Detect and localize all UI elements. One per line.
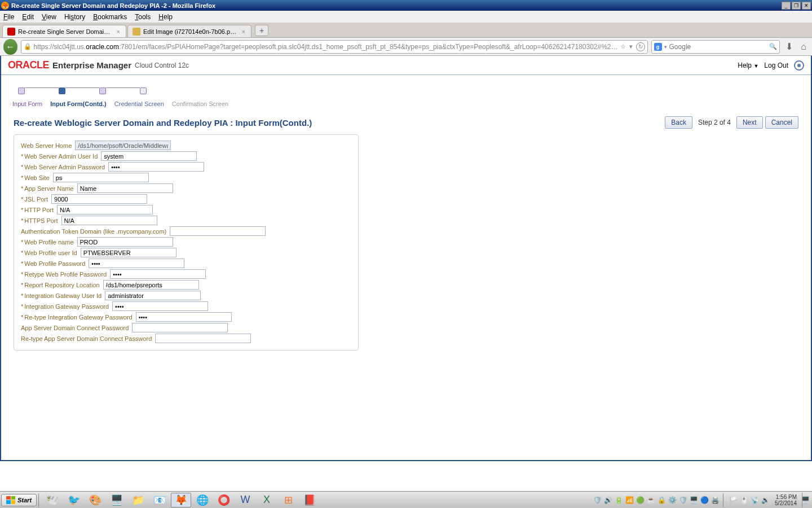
downloads-icon[interactable]: ⬇ xyxy=(783,41,795,52)
browser-tab-active[interactable]: Re-create Single Server Domain and Red..… xyxy=(2,25,126,37)
show-desktop-icon[interactable]: 🖥️ xyxy=(802,493,809,507)
tray-icon[interactable]: 🟢 xyxy=(636,496,645,505)
menu-tools[interactable]: Tools xyxy=(135,13,151,21)
cancel-button[interactable]: Cancel xyxy=(765,116,798,129)
input-web-profile-user[interactable] xyxy=(81,248,176,257)
address-bar[interactable]: 🔒 https://slc04jtt.us.oracle.com:7801/em… xyxy=(21,40,648,54)
app-chrome-icon[interactable]: ⭕ xyxy=(214,493,234,507)
back-button[interactable]: Back xyxy=(665,116,692,129)
menu-help[interactable]: Help xyxy=(158,13,173,21)
app-thunderbird-icon[interactable]: 🕊️ xyxy=(42,493,63,507)
label-admin-user: Web Server Admin User Id xyxy=(24,153,98,160)
tray-icon[interactable]: 🛡️ xyxy=(593,496,602,505)
em-header: ORACLE Enterprise Manager Cloud Control … xyxy=(1,56,811,75)
input-web-server-home xyxy=(75,141,171,150)
window-titlebar: 🦊 Re-create Single Server Domain and Red… xyxy=(0,0,812,11)
tray-volume-icon[interactable]: 🔉 xyxy=(761,496,770,505)
tray-icon[interactable]: 🖥️ xyxy=(689,496,698,505)
close-button[interactable]: ✕ xyxy=(802,2,811,10)
reload-icon[interactable]: ↻ xyxy=(636,42,645,51)
help-link[interactable]: Help ▼ xyxy=(738,62,758,69)
input-web-profile-pass[interactable] xyxy=(89,259,184,268)
tray-icon[interactable]: 🖨️ xyxy=(710,496,720,505)
start-button[interactable]: Start xyxy=(1,494,37,506)
tray-network-icon[interactable]: 📡 xyxy=(750,496,759,505)
logout-link[interactable]: Log Out xyxy=(764,62,788,69)
back-button[interactable]: ← xyxy=(3,39,17,55)
tray-icon[interactable]: ⚙️ xyxy=(668,496,677,505)
train-label-1[interactable]: Input Form xyxy=(12,100,42,107)
tray-icon[interactable]: 🔋 xyxy=(614,496,623,505)
tray-icon[interactable]: 📶 xyxy=(625,496,634,505)
input-admin-user[interactable] xyxy=(101,151,197,161)
label-ig-pass2: Re-type Integration Gateway Password xyxy=(24,314,132,321)
target-icon[interactable] xyxy=(794,60,804,71)
tab-favicon-icon xyxy=(133,28,140,36)
clock-time: 1:56 PM xyxy=(775,494,797,500)
tray-icon[interactable]: 🔵 xyxy=(700,496,709,505)
input-ig-user[interactable] xyxy=(105,291,201,300)
input-ig-pass2[interactable] xyxy=(136,312,232,322)
input-web-profile-pass2[interactable] xyxy=(110,269,206,279)
input-https-port[interactable] xyxy=(61,216,157,225)
app-xampp-icon[interactable]: ⊞ xyxy=(278,493,298,507)
app-explorer-icon[interactable]: 📁 xyxy=(128,493,148,507)
app-ie-icon[interactable]: 🌐 xyxy=(192,493,213,507)
menu-file[interactable]: File xyxy=(3,13,14,21)
tab-favicon-icon xyxy=(7,28,15,36)
new-tab-button[interactable]: + xyxy=(255,25,268,36)
input-auth-token[interactable] xyxy=(170,226,266,236)
dropdown-icon[interactable]: ▾ xyxy=(629,43,633,50)
input-app-server[interactable] xyxy=(77,183,173,193)
tray-icon[interactable]: 🔊 xyxy=(603,496,612,505)
window-title: Re-create Single Server Domain and Redep… xyxy=(11,2,782,9)
windows-flag-icon xyxy=(6,496,15,504)
input-report-repo[interactable] xyxy=(103,280,199,290)
app-firefox-icon[interactable]: 🦊 xyxy=(171,493,191,507)
app-excel-icon[interactable]: X xyxy=(257,493,277,507)
tray-flag-icon[interactable]: 🏳️ xyxy=(729,496,738,505)
tab-close-icon[interactable]: × xyxy=(241,28,246,35)
next-button[interactable]: Next xyxy=(736,116,763,129)
search-go-icon[interactable]: 🔍 xyxy=(769,43,777,50)
train-label-3[interactable]: Credential Screen xyxy=(114,100,164,107)
train-label-2[interactable]: Input Form(Contd.) xyxy=(50,100,107,107)
menu-edit[interactable]: Edit xyxy=(22,13,34,21)
train-step-1-icon[interactable] xyxy=(18,87,25,94)
input-ig-pass[interactable] xyxy=(112,301,208,311)
app-outlook-icon[interactable]: 📧 xyxy=(149,493,170,507)
menu-bookmarks[interactable]: Bookmarks xyxy=(93,13,127,21)
input-app-conn-pass2[interactable] xyxy=(155,334,251,343)
input-admin-pass[interactable] xyxy=(108,162,204,172)
train-step-3-icon[interactable] xyxy=(99,87,106,94)
taskbar-clock[interactable]: 1:56 PM 5/2/2014 xyxy=(771,494,800,506)
app-word-icon[interactable]: W xyxy=(235,493,255,507)
label-https-port: HTTPS Port xyxy=(24,217,58,224)
browser-tab[interactable]: Edit Image (i727014e0n-7b06.png) × xyxy=(127,25,251,37)
input-http-port[interactable] xyxy=(57,205,153,214)
home-icon[interactable]: ⌂ xyxy=(798,42,809,52)
tray-icon[interactable]: ☕ xyxy=(646,496,655,505)
search-dropdown-icon[interactable]: ▾ xyxy=(664,44,667,50)
bookmark-star-icon[interactable]: ☆ xyxy=(620,43,626,50)
tray-icon[interactable]: 🛡️ xyxy=(678,496,687,505)
tray-icon[interactable]: 🖱️ xyxy=(739,496,748,505)
menu-view[interactable]: View xyxy=(42,13,56,21)
app-paint-icon[interactable]: 🎨 xyxy=(85,493,105,507)
input-web-site[interactable] xyxy=(53,173,149,182)
train-step-2-icon[interactable] xyxy=(59,87,65,94)
minimize-button[interactable]: _ xyxy=(782,2,791,10)
input-web-profile[interactable] xyxy=(77,237,173,247)
app-acrobat-icon[interactable]: 📕 xyxy=(299,493,320,507)
search-bar[interactable]: g ▾ 🔍 xyxy=(651,40,780,54)
input-app-conn-pass[interactable] xyxy=(132,323,228,332)
app-desktop-icon[interactable]: 🖥️ xyxy=(107,493,127,507)
tray-icon[interactable]: 🔒 xyxy=(657,496,666,505)
maximize-button[interactable]: ❐ xyxy=(792,2,801,10)
menu-history[interactable]: History xyxy=(64,13,85,21)
tab-close-icon[interactable]: × xyxy=(116,28,121,35)
input-jsl-port[interactable] xyxy=(51,194,147,204)
search-input[interactable] xyxy=(669,43,767,51)
google-icon: g xyxy=(654,43,662,51)
app-pidgin-icon[interactable]: 🐦 xyxy=(64,493,84,507)
